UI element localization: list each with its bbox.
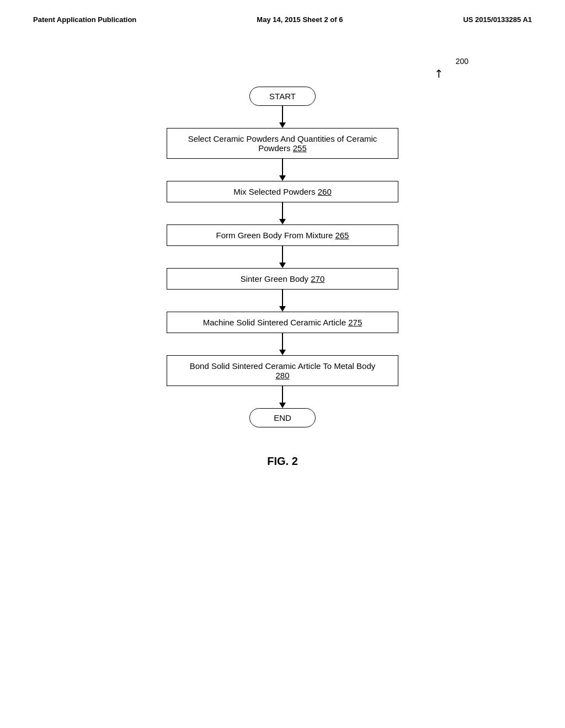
header-right: US 2015/0133285 A1	[463, 15, 532, 24]
diagram-ref-label: 200	[456, 57, 468, 66]
step-265-node: Form Green Body From Mixture 265	[167, 224, 398, 246]
arrow-5	[279, 290, 286, 312]
start-node: START	[249, 87, 316, 106]
ref-arrow-icon: ↗	[431, 66, 447, 81]
arrow-1	[279, 106, 286, 128]
arrow-6	[279, 333, 286, 355]
step-265-number: 265	[335, 231, 349, 240]
step-275-node: Machine Solid Sintered Ceramic Article 2…	[167, 312, 398, 333]
step-260-number: 260	[318, 187, 332, 196]
step-280-number: 280	[275, 371, 289, 380]
step-275-number: 275	[348, 318, 362, 327]
arrow-4	[279, 246, 286, 268]
arrow-3	[279, 202, 286, 224]
step-280-node: Bond Solid Sintered Ceramic Article To M…	[167, 355, 398, 386]
page-header: Patent Application Publication May 14, 2…	[0, 0, 565, 24]
step-270-node: Sinter Green Body 270	[167, 268, 398, 290]
flowchart-container: 200 ↗ START Select Ceramic Powders And Q…	[0, 57, 565, 427]
step-255-number: 255	[293, 143, 307, 153]
arrow-7	[279, 386, 286, 408]
fig-label: FIG. 2	[0, 455, 565, 468]
header-left: Patent Application Publication	[33, 15, 136, 24]
end-node: END	[249, 408, 316, 427]
step-255-node: Select Ceramic Powders And Quantities of…	[167, 128, 398, 159]
header-center: May 14, 2015 Sheet 2 of 6	[257, 15, 343, 24]
step-270-number: 270	[311, 274, 324, 283]
arrow-2	[279, 159, 286, 181]
step-260-node: Mix Selected Powders 260	[167, 181, 398, 202]
